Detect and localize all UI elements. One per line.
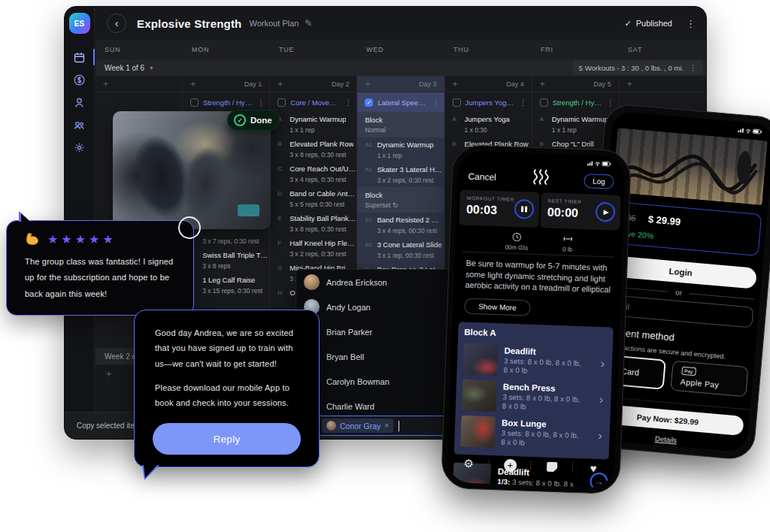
exercise-detail: 3 x 8 reps, 0:30 rest xyxy=(290,151,353,159)
favorite-button[interactable]: ♥ xyxy=(584,461,603,475)
log-button[interactable]: Log xyxy=(584,174,614,189)
message-bubble: Good day Andrea, we are so excited that … xyxy=(134,310,320,467)
apple-pay-button[interactable]: Pay Apple Pay xyxy=(670,361,749,397)
workout-checkbox[interactable] xyxy=(277,98,286,107)
workout-checkbox[interactable] xyxy=(190,98,199,107)
kebab-menu-icon[interactable]: ⋮ xyxy=(686,18,696,29)
exercise-letter: H xyxy=(277,289,290,297)
exercise-item[interactable]: Box Lunge3 sets: 8 x 0 lb, 8 x 0 lb, 8 x… xyxy=(460,413,605,455)
sidebar-item-billing[interactable] xyxy=(65,68,95,91)
workout-checkbox[interactable] xyxy=(453,98,461,107)
workout-checkbox[interactable] xyxy=(540,98,548,107)
exercise-row[interactable]: B1Band Resisted 2 Step Late...3 x 4 reps… xyxy=(357,213,444,237)
show-more-button[interactable]: Show More xyxy=(464,298,531,316)
add-item-button[interactable]: + xyxy=(103,79,108,89)
block-title: Block A xyxy=(464,328,607,342)
app-header: ‹ Explosive Strength Workout Plan ✎ ✓Pub… xyxy=(95,7,706,40)
avatar xyxy=(178,216,201,239)
exercise-row[interactable]: 1 Leg Calf Raise3 x 15 reps, 0:30 rest xyxy=(183,273,269,298)
rest-timer-card: REST TIMER 00:00 ▶ xyxy=(540,192,621,231)
add-item-button[interactable]: + xyxy=(277,79,283,89)
contact-name: Bryan Bell xyxy=(326,352,364,361)
block-label: Block xyxy=(365,116,436,124)
kebab-menu-icon[interactable]: ⋮ xyxy=(257,98,265,107)
page-subtitle: Workout Plan xyxy=(249,19,299,28)
workspace-logo[interactable]: ES xyxy=(69,13,90,34)
exercise-letter: F xyxy=(277,239,290,258)
sidebar-item-groups[interactable] xyxy=(65,113,95,136)
exercise-row[interactable]: B23 Cone Lateral Slide3 x 1 rep, 00:30 r… xyxy=(357,237,444,262)
add-item-button[interactable]: + xyxy=(540,79,545,89)
exercise-name: Skater 3 Lateral Hops >> ... xyxy=(377,165,443,174)
contact-row[interactable]: Andy Logan xyxy=(296,295,450,319)
add-workout-button[interactable]: + xyxy=(95,368,112,379)
exercise-row[interactable]: A1Dynamic Warmup1 x 1 rep xyxy=(357,138,444,162)
add-item-button[interactable]: + xyxy=(627,79,632,89)
exercise-detail: 5 x 5 reps 0:30 rest xyxy=(290,201,356,208)
contact-name: Andy Logan xyxy=(326,303,371,312)
exercise-item[interactable]: Deadlift3 sets: 8 x 0 lb, 8 x 0 lb, 8 x … xyxy=(462,341,607,382)
load-stat: 0 lb xyxy=(562,234,573,252)
photo-equipment xyxy=(238,204,259,216)
exercise-row[interactable]: DBand or Cable Anti-Rotati...5 x 5 reps … xyxy=(270,186,356,211)
add-button[interactable]: + xyxy=(501,458,520,472)
exercise-item[interactable]: Bench Press3 sets: 8 x 0 lb, 8 x 0 lb, 8… xyxy=(462,377,606,419)
exercise-row[interactable]: CCore Reach Out/Under3 x 4 reps, 0:30 re… xyxy=(270,162,356,186)
exercise-row[interactable]: AJumpers Yoga1 x 0:30 xyxy=(445,112,532,137)
settings-button[interactable]: ⚙ xyxy=(459,457,478,471)
kebab-menu-icon[interactable]: ⋮ xyxy=(520,98,527,107)
workout-title-row[interactable]: ✓Lateral Speed / Plyo⋮ xyxy=(357,92,444,112)
exercise-row[interactable]: FHalf Kneel Hip Flexor Rais...3 x 2 reps… xyxy=(270,236,356,261)
exercise-letter: A1 xyxy=(365,141,377,159)
exercise-row[interactable]: A2Skater 3 Lateral Hops >> ...3 x 2 reps… xyxy=(357,162,444,187)
recipient-input[interactable]: Conor Gray × xyxy=(316,416,453,436)
contact-name: Andrea Erickson xyxy=(326,278,387,287)
recipient-chip[interactable]: Conor Gray × xyxy=(322,419,393,433)
done-badge[interactable]: ✓ Done xyxy=(227,110,280,131)
avatar xyxy=(326,421,336,431)
add-item-button[interactable]: + xyxy=(190,79,196,89)
notes-button[interactable] xyxy=(543,461,561,472)
elapsed-stat: 00m 03s xyxy=(505,232,529,252)
contact-row[interactable]: Andrea Erickson xyxy=(296,270,450,295)
published-label: Published xyxy=(636,19,672,28)
workout-checkbox[interactable]: ✓ xyxy=(365,98,373,107)
sidebar-item-calendar[interactable] xyxy=(65,46,95,68)
chevron-down-icon[interactable]: ▾ xyxy=(150,65,153,71)
block-label-row: BlockNormal xyxy=(357,112,444,138)
kebab-menu-icon[interactable]: ⋮ xyxy=(344,98,352,107)
exercise-detail: 3 x 4 reps, 00:30 rest xyxy=(377,227,443,234)
exercise-row[interactable]: BElevated Plank Row3 x 8 reps, 0:30 rest xyxy=(270,137,356,162)
review-card: ★★★★★ The group class was fantastic! I s… xyxy=(6,220,194,316)
exercise-row[interactable]: Swiss Ball Triple Threat3 x 8 reps xyxy=(183,248,269,273)
reply-button[interactable]: Reply xyxy=(153,423,301,455)
people-group-icon xyxy=(73,119,86,131)
add-item-button[interactable]: + xyxy=(453,79,458,89)
cancel-button[interactable]: Cancel xyxy=(468,171,496,183)
exercise-row[interactable]: ADynamic Warmup1 x 1 rep xyxy=(270,112,356,137)
workout-title: Jumpers Yoga / Core xyxy=(465,98,515,107)
exercise-letter: G xyxy=(277,264,290,283)
exercise-list: Deadlift3 sets: 8 x 0 lb, 8 x 0 lb, 8 x … xyxy=(460,341,607,455)
exercise-row[interactable]: EStability Ball Plank Linear ...3 x 8 re… xyxy=(270,211,356,236)
superset-loop-icon: ↻ xyxy=(390,201,398,209)
exercise-name: Chop “L” Drill xyxy=(552,140,608,148)
edit-icon[interactable]: ✎ xyxy=(305,18,312,29)
workout-title-row[interactable]: Jumpers Yoga / Core⋮ xyxy=(445,92,532,112)
kebab-menu-icon[interactable]: ⋮ xyxy=(690,64,697,72)
page-title: Explosive Strength xyxy=(137,17,241,30)
back-button[interactable]: ‹ xyxy=(107,14,126,33)
kebab-menu-icon[interactable]: ⋮ xyxy=(607,98,614,107)
workout-title-row[interactable]: Core / Movement Q...⋮ xyxy=(270,92,356,112)
week-bar[interactable]: Week 1 of 6▾ 5 Workouts - 3 : 30 , 0 lbs… xyxy=(95,59,706,76)
published-status[interactable]: ✓Published xyxy=(624,19,672,29)
discount-badge: Save 20% xyxy=(617,228,750,249)
workout-title: Lateral Speed / Plyo xyxy=(377,98,427,107)
workout-title-row[interactable]: Strength / Hypertro...⋮ xyxy=(532,92,619,112)
kebab-menu-icon[interactable]: ⋮ xyxy=(432,98,440,107)
close-icon[interactable]: × xyxy=(384,422,389,430)
week-stats: 5 Workouts - 3 : 30 , 0 lbs. , 0 mi.⋮ xyxy=(573,61,703,74)
add-item-button[interactable]: + xyxy=(365,79,370,89)
sidebar-item-settings[interactable] xyxy=(65,136,95,159)
sidebar-item-clients[interactable] xyxy=(65,91,95,113)
